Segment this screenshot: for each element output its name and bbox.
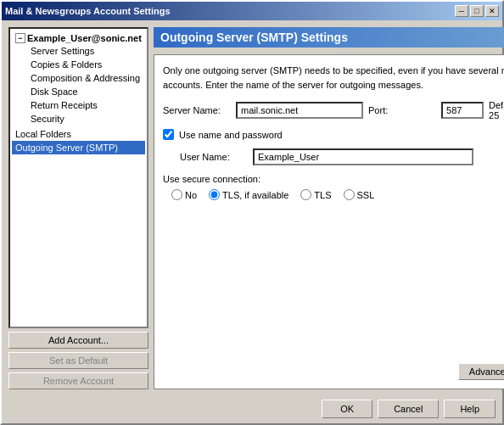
maximize-button[interactable]: □ [470, 5, 484, 17]
secure-label: Use secure connection: [163, 174, 504, 184]
username-label: User Name: [180, 152, 248, 162]
panel-title: Outgoing Server (SMTP) Settings [154, 27, 504, 48]
radio-ssl-label: SSL [357, 190, 375, 200]
help-button[interactable]: Help [444, 400, 496, 418]
use-password-row: Use name and password [163, 129, 504, 140]
account-name: Example_User@sonic.net [27, 33, 142, 43]
account-node: − Example_User@sonic.net Server Settings… [12, 31, 145, 127]
minimize-button[interactable]: ─ [455, 5, 468, 17]
radio-group: No TLS, if available TLS SSL [163, 189, 504, 200]
sidebar-item-outgoing-server[interactable]: Outgoing Server (SMTP) [12, 141, 145, 154]
radio-no-label: No [185, 190, 197, 200]
sidebar-item-local-folders[interactable]: Local Folders [12, 127, 145, 141]
use-password-label[interactable]: Use name and password [179, 130, 283, 140]
tree-container: − Example_User@sonic.net Server Settings… [8, 27, 148, 328]
expand-icon[interactable]: − [15, 33, 25, 43]
left-buttons: Add Account... Set as Default Remove Acc… [8, 332, 148, 389]
cancel-button[interactable]: Cancel [378, 400, 439, 418]
sidebar-item-copies-folders[interactable]: Copies & Folders [27, 58, 143, 71]
username-row: User Name: [163, 148, 504, 165]
radio-ssl-input[interactable] [344, 189, 355, 200]
sidebar-item-composition-addressing[interactable]: Composition & Addressing [27, 71, 143, 85]
username-input[interactable] [253, 148, 473, 165]
radio-tls-available[interactable]: TLS, if available [209, 189, 288, 200]
radio-tls[interactable]: TLS [300, 189, 331, 200]
close-button[interactable]: ✕ [485, 5, 499, 17]
radio-no-input[interactable] [171, 189, 182, 200]
sidebar-item-return-receipts[interactable]: Return Receipts [27, 98, 143, 112]
set-default-button[interactable]: Set as Default [8, 352, 148, 369]
server-name-input[interactable] [236, 102, 363, 119]
server-name-label: Server Name: [163, 105, 231, 115]
port-label: Port: [368, 105, 436, 115]
remove-account-button[interactable]: Remove Account [8, 372, 148, 389]
window-title: Mail & Newsgroups Account Settings [5, 6, 171, 16]
radio-tls-input[interactable] [300, 189, 311, 200]
title-bar: Mail & Newsgroups Account Settings ─ □ ✕ [2, 2, 502, 20]
ok-button[interactable]: OK [322, 400, 372, 418]
panel-content: Only one outgoing server (SMTP) needs to… [154, 54, 504, 389]
main-window: Mail & Newsgroups Account Settings ─ □ ✕… [0, 0, 504, 425]
sidebar-item-disk-space[interactable]: Disk Space [27, 85, 143, 98]
radio-tls-available-input[interactable] [209, 189, 220, 200]
left-panel: − Example_User@sonic.net Server Settings… [8, 27, 148, 389]
description-text: Only one outgoing server (SMTP) needs to… [163, 64, 504, 92]
account-label[interactable]: − Example_User@sonic.net [14, 32, 143, 44]
add-account-button[interactable]: Add Account... [8, 332, 148, 349]
bottom-buttons: OK Cancel Help [2, 396, 502, 423]
secure-section: Use secure connection: No TLS, if availa… [163, 174, 504, 200]
right-panel: Outgoing Server (SMTP) Settings Only one… [154, 27, 504, 389]
use-password-checkbox[interactable] [163, 129, 174, 140]
server-name-row: Server Name: Port: Default: 25 [163, 100, 504, 120]
default-label: Default: 25 [489, 100, 504, 120]
window-body: − Example_User@sonic.net Server Settings… [2, 20, 502, 396]
advanced-btn-row: Advanced... [163, 363, 504, 380]
radio-ssl[interactable]: SSL [344, 189, 375, 200]
radio-no[interactable]: No [171, 189, 197, 200]
port-input[interactable] [441, 102, 484, 119]
advanced-button[interactable]: Advanced... [458, 363, 504, 380]
radio-tls-label: TLS [314, 190, 331, 200]
radio-tls-available-label: TLS, if available [222, 190, 288, 200]
tree-children: Server Settings Copies & Folders Composi… [14, 44, 143, 126]
title-bar-buttons: ─ □ ✕ [455, 5, 499, 17]
sidebar-item-server-settings[interactable]: Server Settings [27, 44, 143, 58]
sidebar-item-security[interactable]: Security [27, 112, 143, 126]
